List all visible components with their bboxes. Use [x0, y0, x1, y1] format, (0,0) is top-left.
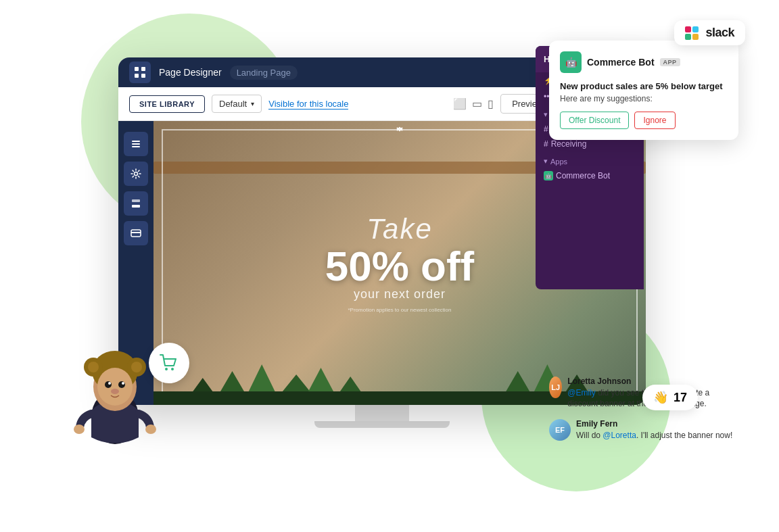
sidebar-card-button[interactable]	[124, 221, 148, 245]
svg-point-38	[171, 368, 174, 370]
svg-point-30	[105, 381, 112, 388]
slack-dot-1	[685, 26, 691, 32]
breadcrumb-landing-page: Landing Page	[230, 66, 298, 80]
page-designer-title: Page Designer	[159, 67, 222, 78]
bot-action-buttons: Offer Discount Ignore	[560, 112, 728, 129]
mobile-icon[interactable]: ▯	[488, 97, 494, 110]
svg-point-7	[135, 172, 138, 176]
svg-rect-9	[132, 205, 140, 208]
emily-mention: @Emily	[567, 388, 596, 397]
svg-point-34	[111, 389, 119, 394]
monitor-neck	[355, 405, 409, 421]
bot-suggestion-text: Here are my suggestions:	[560, 94, 728, 103]
slack-dot-2	[692, 26, 699, 32]
desktop-icon[interactable]: ⬜	[453, 97, 467, 110]
sidebar-settings-button[interactable]	[124, 162, 148, 186]
wave-emoji: 👋	[653, 390, 668, 405]
app-badge: APP	[660, 58, 680, 66]
chevron-down-icon: ▾	[251, 100, 254, 107]
svg-point-35	[74, 425, 85, 434]
device-icons-group: ⬜ ▭ ▯	[453, 97, 494, 110]
svg-point-36	[145, 425, 156, 434]
banner-percent-text: 50% off	[325, 245, 474, 287]
svg-point-26	[88, 362, 99, 372]
bot-name: Commerce Bot	[587, 57, 655, 68]
emily-message-text: Will do @Loretta. I'll adjust the banner…	[576, 430, 732, 441]
slack-dot-3	[685, 34, 691, 40]
svg-rect-4	[132, 141, 140, 142]
emily-message-content: Emily Fern Will do @Loretta. I'll adjust…	[576, 419, 732, 441]
svg-rect-2	[135, 74, 139, 78]
wave-count: 17	[674, 391, 687, 405]
chat-message-emily: EF Emily Fern Will do @Loretta. I'll adj…	[549, 419, 738, 441]
astro-mascot	[68, 329, 162, 451]
offer-discount-button[interactable]: Offer Discount	[560, 112, 629, 129]
slack-dot-4	[692, 34, 699, 40]
bot-avatar: 🤖	[560, 51, 582, 73]
svg-point-31	[118, 381, 125, 388]
svg-rect-5	[132, 143, 140, 145]
commerce-bot-channel[interactable]: 🤖 Commerce Bot	[536, 168, 644, 183]
hash-icon-2: #	[544, 139, 548, 149]
svg-rect-3	[141, 74, 145, 78]
banner-take-text: Take	[367, 213, 433, 245]
ignore-button[interactable]: Ignore	[634, 112, 675, 129]
bot-alert-message: New product sales are 5% below target	[560, 81, 728, 91]
tablet-icon[interactable]: ▭	[472, 97, 482, 110]
wave-notification: 👋 17	[642, 385, 698, 410]
bot-card-header: 🤖 Commerce Bot APP	[560, 51, 728, 73]
emily-avatar: EF	[549, 419, 571, 441]
slack-logo-badge: slack	[674, 20, 745, 45]
banner-fine-print: *Promotion applies to our newest collect…	[348, 307, 452, 313]
slack-brand-text: slack	[705, 26, 734, 40]
svg-rect-6	[132, 146, 140, 147]
svg-point-33	[122, 382, 124, 385]
sidebar-list-button[interactable]	[124, 132, 148, 156]
svg-point-28	[131, 362, 142, 372]
commerce-bot-icon: 🤖	[544, 171, 553, 180]
chat-messages-area: LJ Loretta Johnson @Emily did you see th…	[549, 377, 738, 451]
svg-point-32	[108, 382, 111, 385]
monitor-base	[314, 421, 450, 428]
emily-name: Emily Fern	[576, 419, 732, 429]
default-dropdown[interactable]: Default ▾	[212, 95, 262, 113]
svg-rect-0	[135, 67, 139, 71]
loretta-avatar: LJ	[549, 377, 562, 398]
svg-rect-11	[131, 232, 141, 233]
svg-point-37	[165, 368, 168, 370]
svg-rect-8	[132, 199, 140, 202]
svg-rect-1	[141, 67, 145, 71]
cart-bubble	[149, 343, 189, 383]
loretta-mention: @Loretta	[603, 431, 636, 440]
banner-next-order-text: your next order	[354, 287, 446, 301]
site-library-button[interactable]: SITE LIBRARY	[129, 95, 205, 113]
nav-logo	[129, 62, 151, 83]
commerce-bot-card: 🤖 Commerce Bot APP New product sales are…	[549, 41, 738, 140]
apps-section: ▾Apps	[536, 151, 644, 168]
svg-point-29	[97, 368, 133, 406]
locale-link[interactable]: Visible for this locale	[268, 99, 348, 110]
sidebar-layers-button[interactable]	[124, 191, 148, 216]
hash-icon: #	[544, 124, 548, 134]
